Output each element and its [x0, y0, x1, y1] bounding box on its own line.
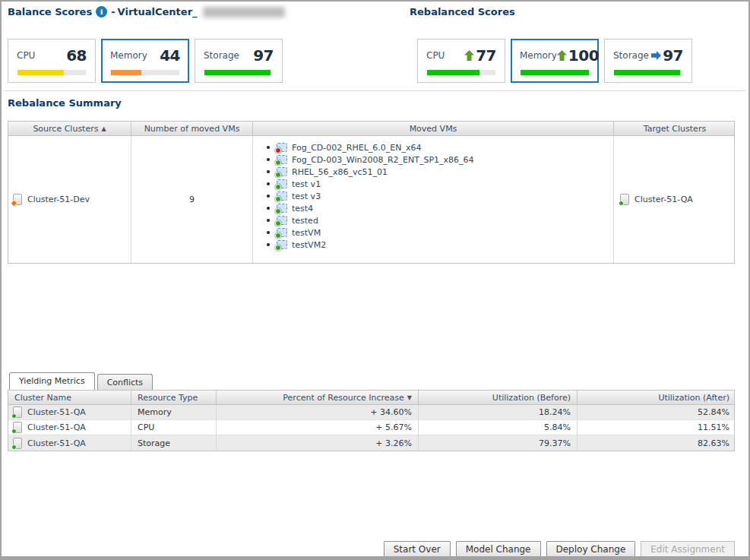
card-value: 97: [253, 46, 274, 65]
moved-vm-item: Fog_CD-003_Win2008_R2_ENT_SP1_x86_64: [267, 153, 474, 166]
rebalanced-scores-title: Rebalanced Scores: [410, 6, 515, 17]
utilization-after-cell: 11.51%: [578, 420, 736, 435]
cluster-name-cell: Cluster-51-QA: [8, 405, 131, 420]
rebalanced-card-storage[interactable]: Storage 97: [604, 39, 692, 83]
deploy-change-button[interactable]: Deploy Change: [546, 541, 636, 558]
column-header-source-clusters[interactable]: Source Clusters ▲: [8, 122, 131, 135]
card-label: Storage: [204, 50, 239, 61]
vm-power-icon: [275, 196, 281, 202]
rebalanced-card-cpu[interactable]: CPU 77: [417, 39, 505, 83]
column-header-moved-count[interactable]: Number of moved VMs: [131, 122, 253, 135]
moved-vm-list: Fog_CD-002_RHEL_6.0_EN_x64 Fog_CD-003_Wi…: [267, 141, 474, 251]
vm-name: test v3: [292, 191, 321, 201]
column-header-utilization-before[interactable]: Utilization (Before): [419, 391, 578, 404]
bullet: [267, 207, 270, 210]
rebalanced-card-memory[interactable]: Memory 100: [511, 39, 599, 83]
balance-score-cards: CPU 68 Memory 44 Storage 97: [8, 39, 283, 83]
cluster-status-dot: [11, 413, 17, 419]
cluster-icon: [13, 438, 22, 449]
score-bar: [204, 70, 273, 75]
summary-table-row[interactable]: Cluster-51-Dev 9 Fog_CD-002_RHEL_6.0_EN_…: [8, 136, 734, 263]
balance-card-cpu[interactable]: CPU 68: [8, 39, 96, 83]
card-label: Memory: [110, 50, 147, 61]
cluster-icon: [620, 194, 629, 205]
cluster-icon: [13, 407, 22, 418]
vcenter-name: VirtualCenter_: [118, 6, 198, 17]
trend-right-icon: [651, 50, 661, 61]
card-label: Memory: [520, 50, 557, 61]
score-bar-fill: [204, 70, 271, 75]
moved-vm-item: RHEL_56_x86_vc51_01: [267, 166, 474, 178]
bullet: [267, 158, 270, 161]
yielding-metrics-table: Cluster Name Resource Type Percent of Re…: [8, 390, 735, 451]
vm-name: Fog_CD-002_RHEL_6.0_EN_x64: [292, 143, 421, 153]
score-bar: [521, 70, 589, 75]
vm-power-icon: [275, 208, 281, 214]
column-header-moved-vms[interactable]: Moved VMs: [253, 122, 614, 135]
score-bar-fill: [427, 70, 479, 75]
tab-conflicts[interactable]: Conflicts: [97, 374, 153, 390]
column-header-cluster-name[interactable]: Cluster Name: [8, 391, 131, 404]
column-header-utilization-after[interactable]: Utilization (After): [578, 391, 736, 404]
card-label: CPU: [17, 50, 35, 61]
utilization-before-cell: 79.37%: [419, 435, 578, 451]
start-over-button[interactable]: Start Over: [384, 541, 451, 558]
utilization-after-cell: 52.84%: [578, 405, 736, 420]
cluster-status-dot: [619, 201, 624, 206]
card-value: 100: [568, 46, 599, 65]
moved-vm-item: test v3: [267, 190, 474, 202]
vm-icon: [277, 204, 287, 213]
balance-card-storage[interactable]: Storage 97: [195, 39, 283, 83]
sort-desc-icon: ▼: [407, 394, 412, 401]
bullet: [267, 146, 270, 149]
vm-icon: [277, 228, 287, 237]
card-value: 44: [160, 46, 180, 65]
cluster-status-dot: [11, 429, 17, 434]
score-bar-fill: [111, 70, 141, 75]
vm-icon: [277, 240, 287, 249]
bullet: [267, 243, 270, 246]
vm-power-icon: [275, 245, 281, 251]
card-label: CPU: [426, 50, 445, 61]
cluster-name-cell: Cluster-51-QA: [8, 420, 131, 435]
vm-power-icon: [275, 147, 281, 153]
tab-yielding-metrics[interactable]: Yielding Metrics: [9, 372, 95, 390]
cluster-icon: [13, 194, 22, 205]
moved-vms-cell: Fog_CD-002_RHEL_6.0_EN_x64 Fog_CD-003_Wi…: [253, 136, 614, 263]
vm-name: test4: [292, 204, 313, 214]
vm-power-icon: [275, 220, 281, 226]
column-header-resource-type[interactable]: Resource Type: [131, 391, 217, 404]
info-icon[interactable]: i: [96, 6, 107, 17]
footer-buttons: Start Over Model Change Deploy Change Ed…: [384, 541, 735, 558]
cluster-icon: [13, 422, 22, 433]
metrics-row-storage[interactable]: Cluster-51-QA Storage + 3.26% 79.37% 82.…: [8, 435, 734, 451]
percent-increase-cell: + 5.67%: [217, 420, 419, 435]
model-change-button[interactable]: Model Change: [456, 541, 541, 558]
column-header-percent-increase[interactable]: Percent of Resource Increase ▼: [217, 391, 419, 404]
moved-vm-item: tested: [267, 214, 474, 226]
source-cluster-name: Cluster-51-Dev: [27, 195, 90, 204]
card-value: 68: [66, 46, 87, 65]
bullet: [267, 195, 270, 198]
card-value: 97: [663, 46, 683, 65]
redacted-vcenter-name: [203, 7, 285, 17]
cluster-name-cell: Cluster-51-QA: [8, 435, 131, 451]
rebalance-page: { "header": { "title": "Balance Scores",…: [0, 0, 750, 560]
metrics-row-memory[interactable]: Cluster-51-QA Memory + 34.60% 18.24% 52.…: [8, 405, 734, 420]
vm-power-icon: [275, 233, 281, 239]
score-bar: [111, 70, 179, 75]
vm-name: Fog_CD-003_Win2008_R2_ENT_SP1_x86_64: [292, 155, 474, 165]
moved-vm-item: test4: [267, 202, 474, 214]
vm-icon: [277, 191, 287, 201]
balance-card-memory[interactable]: Memory 44: [101, 39, 189, 83]
metrics-row-cpu[interactable]: Cluster-51-QA CPU + 5.67% 5.84% 11.51%: [8, 420, 734, 435]
moved-vm-item: testVM2: [267, 239, 474, 251]
vm-power-icon: [275, 184, 281, 190]
score-bar-fill: [17, 70, 64, 75]
moved-vm-item: test v1: [267, 178, 474, 190]
resource-type-cell: Storage: [131, 435, 217, 451]
edit-assignment-button[interactable]: Edit Assignment: [641, 541, 735, 558]
moved-vm-count-cell: 9: [131, 136, 253, 263]
title-separator: -: [111, 6, 115, 17]
column-header-target-clusters[interactable]: Target Clusters: [614, 122, 736, 135]
